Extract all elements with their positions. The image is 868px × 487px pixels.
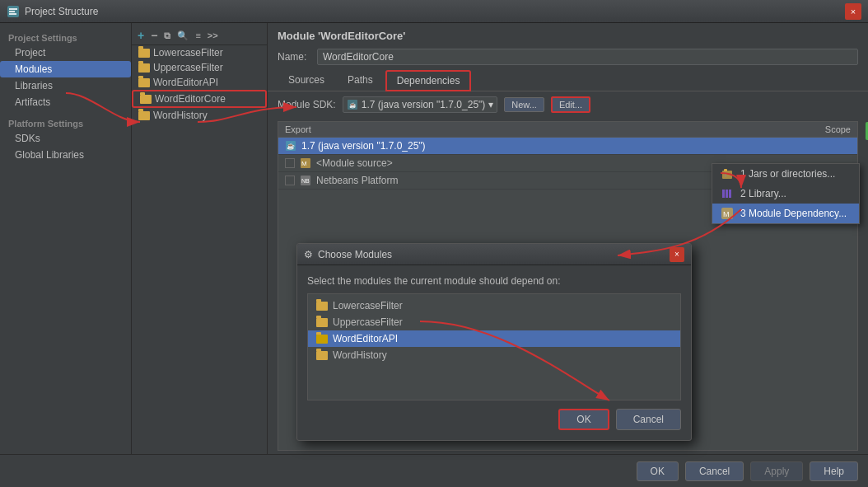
svg-text:M: M bbox=[723, 210, 730, 218]
menu-item-jars[interactable]: 1 Jars or directories... bbox=[712, 164, 859, 184]
folder-icon bbox=[138, 63, 150, 73]
apply-button[interactable]: Apply bbox=[750, 461, 803, 481]
sidebar-item-sdks[interactable]: SDKs bbox=[0, 130, 131, 147]
tree-item-uppercase-filter[interactable]: UppercaseFilter bbox=[132, 60, 267, 75]
dialog-description: Select the modules the current module sh… bbox=[307, 275, 681, 287]
app-window: Project Structure × Project Settings Pro… bbox=[0, 0, 868, 487]
dialog-list-item[interactable]: WordHistory bbox=[308, 347, 680, 363]
svg-rect-14 bbox=[725, 172, 726, 177]
platform-row-icon: NB bbox=[300, 175, 311, 186]
modules-list: LowercaseFilter UppercaseFilter WordEdit… bbox=[307, 293, 681, 400]
tree-item-label: WordHistory bbox=[153, 110, 208, 121]
bottom-bar: OK Cancel Apply Help bbox=[0, 454, 868, 487]
tree-item-label: WordEditorAPI bbox=[153, 77, 218, 88]
col-export-label: Export bbox=[285, 124, 785, 134]
dialog-ok-button[interactable]: OK bbox=[558, 409, 609, 430]
jars-icon bbox=[721, 167, 734, 180]
svg-rect-12 bbox=[722, 171, 732, 179]
menu-item-library[interactable]: 2 Library... bbox=[712, 184, 859, 204]
window-title: Project Structure bbox=[25, 6, 845, 17]
dialog-list-item[interactable]: LowercaseFilter bbox=[308, 297, 680, 314]
dropdown-menu: 1 Jars or directories... 2 Library... M … bbox=[712, 163, 860, 224]
name-label: Name: bbox=[278, 51, 310, 63]
dialog-buttons: OK Cancel bbox=[307, 409, 681, 430]
module-row-icon: M bbox=[300, 157, 311, 169]
svg-rect-1 bbox=[9, 8, 17, 10]
table-row[interactable]: ☕ 1.7 (java version "1.7.0_25") bbox=[278, 138, 857, 155]
sdk-icon: ☕ bbox=[347, 99, 358, 110]
dialog-list-item-wordeditor-api[interactable]: WordEditorAPI bbox=[308, 330, 680, 347]
dialog-title: Choose Modules bbox=[318, 249, 392, 260]
tree-more-button[interactable]: >> bbox=[205, 30, 221, 41]
sidebar-item-artifacts[interactable]: Artifacts bbox=[0, 94, 131, 110]
sidebar-item-global-libraries[interactable]: Global Libraries bbox=[0, 147, 131, 163]
tree-copy-button[interactable]: ⧉ bbox=[161, 30, 173, 42]
ok-button[interactable]: OK bbox=[637, 461, 679, 481]
tree-item-wordeditor-api[interactable]: WordEditorAPI bbox=[132, 75, 267, 90]
tree-item-word-history[interactable]: WordHistory bbox=[132, 108, 267, 123]
export-checkbox[interactable] bbox=[285, 176, 295, 185]
folder-icon bbox=[140, 95, 152, 104]
sdk-row: Module SDK: ☕ 1.7 (java version "1.7.0_2… bbox=[268, 91, 868, 118]
col-scope-label: Scope bbox=[785, 124, 851, 134]
choose-modules-dialog: ⚙ Choose Modules × Select the modules th… bbox=[296, 243, 692, 441]
folder-icon bbox=[316, 351, 328, 360]
dialog-title-bar: ⚙ Choose Modules × bbox=[297, 244, 691, 265]
help-button[interactable]: Help bbox=[810, 461, 858, 481]
export-checkbox[interactable] bbox=[285, 158, 295, 168]
tree-item-label: UppercaseFilter bbox=[153, 62, 223, 73]
jdk-row-icon: ☕ bbox=[285, 140, 296, 152]
sidebar: Project Settings Project Modules Librari… bbox=[0, 23, 132, 454]
svg-text:☕: ☕ bbox=[349, 101, 357, 109]
tree-remove-button[interactable]: − bbox=[148, 28, 160, 43]
svg-text:☕: ☕ bbox=[287, 142, 295, 150]
folder-icon bbox=[316, 302, 328, 311]
cancel-button[interactable]: Cancel bbox=[685, 461, 744, 481]
name-row: Name: bbox=[268, 45, 868, 68]
sidebar-item-project[interactable]: Project bbox=[0, 44, 131, 61]
table-header: Export Scope bbox=[278, 122, 857, 138]
tree-expand-button[interactable]: ≡ bbox=[193, 30, 203, 41]
dialog-cancel-button[interactable]: Cancel bbox=[616, 409, 681, 430]
tab-dependencies[interactable]: Dependencies bbox=[385, 70, 472, 91]
menu-item-module-dep[interactable]: M 3 Module Dependency... bbox=[712, 204, 859, 223]
module-dep-icon: M bbox=[721, 207, 734, 220]
tree-search-button[interactable]: 🔍 bbox=[175, 30, 191, 42]
tree-item-lowercase-filter[interactable]: LowercaseFilter bbox=[132, 45, 267, 60]
folder-icon bbox=[316, 335, 328, 344]
dialog-body: Select the modules the current module sh… bbox=[297, 265, 691, 440]
sdk-dropdown[interactable]: ☕ 1.7 (java version "1.7.0_25") ▾ bbox=[343, 96, 498, 113]
svg-rect-2 bbox=[9, 11, 15, 12]
module-header: Module 'WordEditorCore' bbox=[268, 23, 868, 45]
sdk-edit-button[interactable]: Edit... bbox=[551, 96, 590, 113]
dialog-icon: ⚙ bbox=[304, 249, 313, 260]
svg-text:NB: NB bbox=[301, 178, 310, 184]
dialog-close-button[interactable]: × bbox=[670, 247, 684, 262]
menu-item-label: 3 Module Dependency... bbox=[740, 208, 847, 219]
tab-sources[interactable]: Sources bbox=[278, 70, 335, 91]
tree-add-button[interactable]: + bbox=[135, 28, 147, 43]
close-button[interactable]: × bbox=[845, 3, 861, 20]
dialog-item-label: WordHistory bbox=[333, 349, 387, 361]
title-bar: Project Structure × bbox=[0, 0, 868, 23]
module-tree: + − ⧉ 🔍 ≡ >> LowercaseFilter UppercaseFi… bbox=[132, 23, 268, 454]
svg-rect-3 bbox=[9, 13, 16, 15]
menu-item-label: 2 Library... bbox=[740, 188, 786, 199]
dialog-item-label: WordEditorAPI bbox=[333, 333, 398, 344]
folder-icon bbox=[316, 318, 328, 327]
dialog-list-item[interactable]: UppercaseFilter bbox=[308, 314, 680, 330]
name-input[interactable] bbox=[317, 49, 858, 65]
tree-item-wordeditor-core[interactable]: WordEditorCore bbox=[132, 90, 267, 108]
dep-row-name: 1.7 (java version "1.7.0_25") bbox=[301, 140, 851, 152]
chevron-down-icon: ▾ bbox=[488, 99, 493, 110]
tab-paths[interactable]: Paths bbox=[337, 70, 384, 91]
dialog-item-label: LowercaseFilter bbox=[333, 300, 403, 311]
sidebar-item-libraries[interactable]: Libraries bbox=[0, 77, 131, 94]
folder-icon bbox=[138, 78, 150, 87]
tree-item-label: WordEditorCore bbox=[155, 93, 226, 105]
library-icon bbox=[721, 187, 734, 200]
sidebar-item-modules[interactable]: Modules bbox=[0, 61, 131, 77]
sdk-new-button[interactable]: New... bbox=[504, 97, 544, 112]
tabs-row: Sources Paths Dependencies bbox=[268, 68, 868, 91]
folder-icon bbox=[138, 111, 150, 120]
